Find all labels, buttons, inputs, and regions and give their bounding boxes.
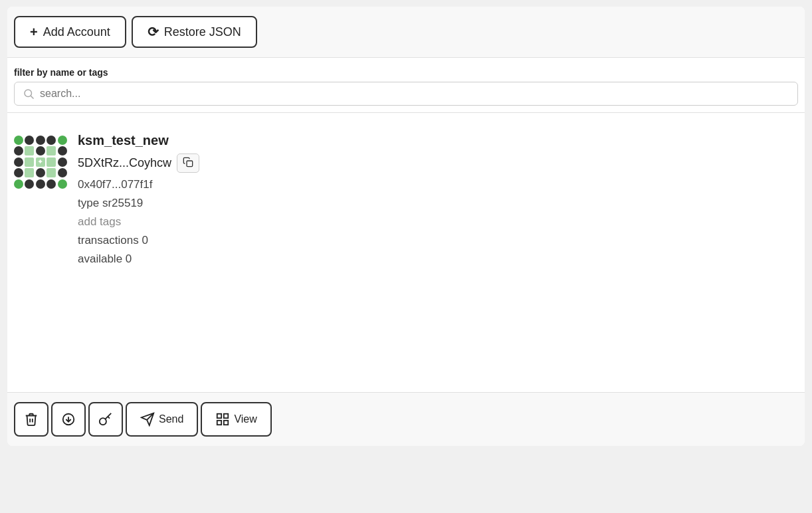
identicon-dot — [47, 146, 56, 155]
trash-icon — [24, 412, 39, 427]
restore-json-button[interactable]: ⟳ Restore JSON — [132, 16, 257, 48]
svg-point-0 — [25, 90, 32, 97]
view-label: View — [234, 413, 256, 425]
send-icon — [140, 412, 155, 427]
identicon-dot — [14, 168, 23, 177]
search-icon — [23, 88, 35, 100]
account-tags[interactable]: add tags — [78, 215, 199, 229]
key-button[interactable] — [88, 402, 123, 437]
add-account-label: Add Account — [43, 25, 110, 39]
add-account-button[interactable]: + Add Account — [14, 16, 126, 48]
identicon-dot — [14, 136, 23, 145]
identicon-dot — [58, 136, 67, 145]
identicon-dot — [58, 168, 67, 177]
identicon-dot — [36, 146, 45, 155]
app-container: + Add Account ⟳ Restore JSON filter by n… — [7, 7, 805, 446]
identicon-star: ✦ — [36, 157, 45, 167]
svg-rect-9 — [224, 414, 228, 418]
identicon-dot — [14, 146, 23, 155]
key-icon — [98, 412, 113, 427]
plus-icon: + — [30, 25, 38, 40]
identicon-dot — [36, 179, 45, 189]
account-hex: 0x40f7...077f1f — [78, 178, 199, 191]
toolbar: + Add Account ⟳ Restore JSON — [7, 7, 805, 58]
identicon-dot — [25, 136, 34, 145]
account-info: ksm_test_new 5DXtRz...Coyhcw 0x40f7...07… — [78, 133, 199, 266]
identicon-dot — [58, 179, 67, 189]
identicon-dot — [47, 179, 56, 189]
identicon-dot — [25, 157, 34, 167]
account-type: type sr25519 — [78, 197, 199, 210]
restore-icon: ⟳ — [148, 24, 159, 40]
restore-json-label: Restore JSON — [164, 25, 241, 39]
view-icon — [215, 412, 230, 427]
delete-button[interactable] — [14, 402, 49, 437]
download-icon — [61, 412, 76, 427]
svg-rect-2 — [187, 161, 193, 167]
svg-rect-8 — [217, 414, 221, 418]
copy-icon — [183, 157, 193, 167]
filter-label: filter by name or tags — [14, 67, 798, 78]
identicon-dot — [25, 179, 34, 189]
svg-line-1 — [31, 96, 33, 98]
identicon-dot — [14, 179, 23, 189]
account-card: ✦ ksm_test_new 5 — [14, 126, 798, 272]
identicon-dot — [58, 146, 67, 155]
svg-rect-10 — [217, 421, 221, 425]
account-address-row: 5DXtRz...Coyhcw — [78, 154, 199, 173]
account-name: ksm_test_new — [78, 133, 199, 148]
identicon-dot — [25, 168, 34, 177]
copy-address-button[interactable] — [177, 154, 199, 173]
identicon-dot — [36, 168, 45, 177]
identicon-dot — [47, 168, 56, 177]
account-available: available 0 — [78, 253, 199, 266]
download-button[interactable] — [51, 402, 86, 437]
identicon-dot — [14, 157, 23, 167]
view-button[interactable]: View — [201, 402, 271, 437]
identicon-dot — [58, 157, 67, 167]
send-label: Send — [159, 413, 183, 425]
account-address: 5DXtRz...Coyhcw — [78, 156, 171, 170]
identicon-dot — [36, 136, 45, 145]
accounts-section: ✦ ksm_test_new 5 — [7, 113, 805, 392]
bottom-toolbar: Send View — [7, 392, 805, 446]
identicon-dot — [47, 157, 56, 167]
search-wrapper — [14, 82, 798, 106]
identicon-dot — [47, 136, 56, 145]
account-identicon: ✦ — [14, 136, 67, 189]
account-transactions: transactions 0 — [78, 234, 199, 247]
svg-point-5 — [100, 418, 106, 425]
search-input[interactable] — [40, 88, 789, 100]
filter-section: filter by name or tags — [7, 58, 805, 113]
send-button[interactable]: Send — [126, 402, 198, 437]
identicon-dot — [25, 146, 34, 155]
svg-rect-11 — [224, 421, 228, 425]
